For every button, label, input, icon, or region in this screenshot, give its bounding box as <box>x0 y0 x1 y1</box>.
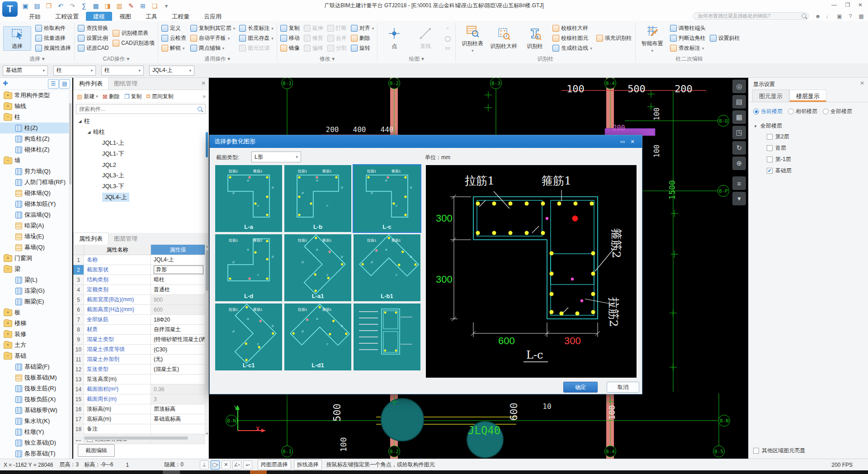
ribbon-item-移动[interactable]: 移动 <box>280 34 300 42</box>
ribbon-group-label-选择[interactable]: 选择 ▾ <box>0 56 74 63</box>
radio-全部楼层[interactable]: 全部楼层 <box>823 108 852 115</box>
nav-item-圈梁(E)[interactable]: 圈梁(E) <box>0 296 72 307</box>
value-edit-box[interactable]: 异形 <box>154 265 203 274</box>
nav-item-砌体墙(Q)[interactable]: 砌体墙(Q) <box>0 188 72 199</box>
ribbon-big-选择[interactable]: 选择 <box>3 26 31 51</box>
floor-item-基础层[interactable]: ✔基础层 <box>749 165 868 176</box>
dialog-title-bar[interactable]: 选择参数化图形 ▭ ✕ <box>210 135 642 148</box>
ribbon-item-CAD识别选项[interactable]: CAD识别选项 <box>113 39 154 47</box>
floor-item-第2层[interactable]: 第2层 <box>749 131 868 142</box>
ribbon-item-删除[interactable]: 删除 <box>351 34 374 42</box>
radio-当前楼层[interactable]: 当前楼层 <box>753 108 783 115</box>
ribbon-item-对齐[interactable]: 对齐▾ <box>351 24 374 32</box>
nav-item-筏板基础(M)[interactable]: 筏板基础(M) <box>0 372 72 383</box>
property-hscrollbar[interactable] <box>73 436 205 440</box>
help-search-input[interactable]: 如何布置挑过梁及挑板处的钢筋? <box>693 12 809 20</box>
nav-item-连梁(G)[interactable]: 连梁(G) <box>0 285 72 296</box>
apps-icon[interactable]: ▦ <box>857 13 865 20</box>
复制-button[interactable]: ❐复制 <box>124 93 142 100</box>
tab-图层管理[interactable]: 图层管理 <box>108 233 143 245</box>
component-search-input[interactable] <box>76 104 206 114</box>
angle-snap-icon[interactable]: ∠▾ <box>232 460 241 469</box>
panel-close-icon[interactable]: ✕ <box>201 80 206 86</box>
component-item-JQL1-上[interactable]: JQL1-上 <box>73 137 208 148</box>
point-snap-icon[interactable]: +▾ <box>243 460 252 469</box>
ribbon-big-识别柱大样[interactable]: 识别柱大样 <box>490 27 517 50</box>
nav-item-梁(L)[interactable]: 梁(L) <box>0 275 72 285</box>
nav-item-条形基础(T)[interactable]: 条形基础(T) <box>0 448 72 459</box>
nav-item-柱(Z)[interactable]: 柱(Z) <box>0 123 72 133</box>
close-button[interactable]: ✕ <box>854 1 866 9</box>
rotate-view-icon[interactable]: ↻ <box>732 141 746 155</box>
tab-属性列表[interactable]: 属性列表 <box>73 232 108 245</box>
ribbon-group-label-识别柱[interactable]: 识别柱 <box>456 56 635 63</box>
nav-scrollbar[interactable] <box>69 90 72 459</box>
menu-icon[interactable]: ≡ <box>732 176 746 190</box>
ribbon-group-label-通用操作[interactable]: 通用操作 ▾ <box>158 56 277 63</box>
expander-icon[interactable]: ◢ <box>87 130 91 134</box>
ribbon-item-两点辅轴[interactable]: 两点辅轴▾ <box>190 44 236 52</box>
property-value[interactable]: 600 <box>151 305 205 314</box>
component-item-JQL4-上[interactable]: JQL4-上 <box>73 192 208 203</box>
floor-item-第-1层[interactable]: 第-1层 <box>749 154 868 165</box>
list-view-icon[interactable]: ☰ <box>48 79 59 89</box>
ok-button[interactable]: 确定 <box>563 382 598 393</box>
nav-item-剪力墙(Q)[interactable]: 剪力墙(Q) <box>0 166 72 177</box>
shape-thumb-detail[interactable] <box>354 303 420 370</box>
property-value[interactable]: 0.36 <box>151 384 205 394</box>
property-value[interactable]: 暗柱 <box>151 275 205 284</box>
ribbon-item-校核柱图元[interactable]: 校核柱图元 <box>552 34 592 42</box>
bell-icon[interactable]: ♩ <box>825 13 833 20</box>
nav-item-砌体加筋(Y)[interactable]: 砌体加筋(Y) <box>0 199 72 209</box>
checkbox-icon[interactable] <box>753 448 759 454</box>
floor-tree-root[interactable]: ▾ 全部楼层 <box>753 122 782 130</box>
component-scrollbar[interactable] <box>205 114 208 227</box>
help-icon[interactable]: ? <box>846 13 854 20</box>
ribbon-big-直线[interactable]: 直线 <box>412 27 439 50</box>
property-row-结构类别[interactable]: 3结构类别暗柱 <box>73 275 205 285</box>
display-tab-楼层显示[interactable]: 楼层显示 <box>789 90 826 102</box>
radio-icon[interactable] <box>753 109 759 114</box>
property-value[interactable]: (无) <box>151 355 205 364</box>
ribbon-item-按属性选择[interactable]: 按属性选择 <box>35 44 71 52</box>
删除-button[interactable]: ⊠删除 <box>103 93 120 100</box>
ribbon-item-设置比例[interactable]: 设置比例 <box>78 34 108 42</box>
property-scrollbar[interactable]: ▲ ▼ <box>205 245 209 435</box>
display-tab-图元显示[interactable]: 图元显示 <box>752 90 789 102</box>
ribbon-item-批量选择[interactable]: 批量选择 <box>35 34 71 42</box>
shape-thumb-L-c1[interactable]: 拉筋1箍筋1abcdL-c1 <box>215 303 282 370</box>
dialog-close-icon[interactable]: ✕ <box>627 138 637 145</box>
property-value[interactable]: 18Φ20 <box>151 315 205 324</box>
property-row-定额类别[interactable]: 4定额类别普通柱 <box>73 285 205 295</box>
ribbon-item-调整柱端头[interactable]: 调整柱端头 <box>670 24 706 32</box>
ribbon-big-识别柱[interactable]: 识别柱 <box>521 27 548 50</box>
nav-item-独立基础(D)[interactable]: 独立基础(D) <box>0 437 72 448</box>
nav-item-梁[interactable]: −梁 <box>0 264 72 275</box>
property-value[interactable]: JQL4-上 <box>151 255 205 265</box>
component-item-JQL3-下[interactable]: JQL3-下 <box>73 181 208 192</box>
ribbon-item-判断边角柱[interactable]: 判断边角柱 <box>670 34 706 42</box>
ribbon-item-长度标注[interactable]: 长度标注▾ <box>239 24 274 32</box>
nav-item-常用构件类型[interactable]: +常用构件类型 <box>0 90 72 101</box>
shape-thumb-L-b1[interactable]: 拉筋1箍筋1abcdL-b1 <box>354 234 420 301</box>
property-row-泵送高度(m)[interactable]: 13泵送高度(m) <box>73 374 205 384</box>
tab-视图[interactable]: 视图 <box>112 12 138 21</box>
nav-item-基础[interactable]: −基础 <box>0 351 72 361</box>
shape-thumb-L-a[interactable]: 拉筋1箍筋1abcdL-a <box>215 165 282 232</box>
ribbon-item-自动平齐板[interactable]: 自动平齐板▾ <box>190 34 236 42</box>
property-value[interactable]: 3 <box>151 394 205 404</box>
层间复制-button[interactable]: ⧉层间复制 <box>146 93 173 100</box>
shape-thumb-L-c[interactable]: 拉筋1箍筋1abcdL-c <box>354 165 420 232</box>
package-icon[interactable]: ▣ <box>835 13 844 20</box>
property-row-混凝土外加剂[interactable]: 11混凝土外加剂(无) <box>73 355 205 365</box>
section-type-select[interactable]: L形▾ <box>251 152 301 162</box>
context-combo-0[interactable]: 基础层▾ <box>3 66 48 76</box>
search-icon[interactable] <box>802 14 806 18</box>
ribbon-item-查改标注[interactable]: 查改标注▾ <box>670 44 706 52</box>
ribbon-item-复制到其它层[interactable]: 复制到其它层▾ <box>190 24 236 32</box>
component-item-JQL1-下[interactable]: JQL1-下 <box>73 148 208 159</box>
ribbon-item-校核柱大样[interactable]: 校核柱大样 <box>552 24 592 32</box>
property-row-截面面积(m²)[interactable]: 14截面面积(m²)0.36 <box>73 384 205 394</box>
component-item-暗柱[interactable]: ◢暗柱 <box>73 127 208 137</box>
property-row-泵送类型[interactable]: 12泵送类型(混凝土泵) <box>73 365 205 374</box>
